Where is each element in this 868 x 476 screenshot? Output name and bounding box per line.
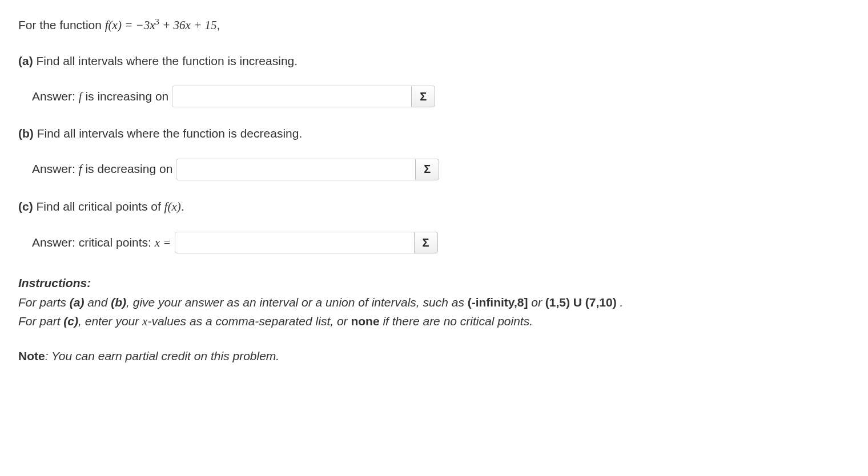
- sigma-icon: Σ: [422, 236, 429, 249]
- part-b-question: (b) Find all intervals where the functio…: [18, 124, 850, 143]
- instructions-line-1: For parts (a) and (b), give your answer …: [18, 293, 850, 312]
- note-block: Note: You can earn partial credit on thi…: [18, 347, 850, 365]
- sigma-button-b[interactable]: Σ: [415, 159, 439, 180]
- part-a-text: Find all intervals where the function is…: [37, 54, 298, 67]
- part-a-answer-prompt: Answer: f is increasing on: [32, 87, 168, 106]
- part-c-answer-prompt: Answer: critical points: x =: [32, 233, 171, 252]
- part-a-input[interactable]: [172, 86, 412, 107]
- part-b-answer-prompt: Answer: f is decreasing on: [32, 160, 172, 179]
- part-c-text: Find all critical points of: [37, 200, 164, 213]
- intro-prefix: For the function: [18, 18, 105, 31]
- problem-intro: For the function f(x) = −3x3 + 36x + 15,: [18, 16, 850, 35]
- part-b-input[interactable]: [176, 159, 416, 180]
- part-c-input[interactable]: [175, 232, 415, 253]
- sigma-button-a[interactable]: Σ: [411, 86, 435, 107]
- part-c-answer-line: Answer: critical points: x = Σ: [18, 232, 850, 253]
- part-c: (c) Find all critical points of f(x). An…: [18, 197, 850, 254]
- sigma-button-c[interactable]: Σ: [414, 232, 438, 253]
- part-b-label: (b): [18, 127, 34, 140]
- intro-function: f(x) = −3x3 + 36x + 15: [105, 18, 217, 32]
- note-text: You can earn partial credit on this prob…: [51, 349, 279, 362]
- part-c-question: (c) Find all critical points of f(x).: [18, 197, 850, 216]
- note-label: Note: [18, 349, 45, 362]
- instructions-title: Instructions:: [18, 274, 850, 292]
- part-a-question: (a) Find all intervals where the functio…: [18, 52, 850, 70]
- part-c-label: (c): [18, 200, 33, 213]
- instructions-block: Instructions: For parts (a) and (b), giv…: [18, 274, 850, 331]
- part-b-text: Find all intervals where the function is…: [37, 127, 303, 140]
- part-a: (a) Find all intervals where the functio…: [18, 52, 850, 108]
- part-b: (b) Find all intervals where the functio…: [18, 124, 850, 180]
- part-b-answer-line: Answer: f is decreasing on Σ: [18, 159, 850, 180]
- part-a-label: (a): [18, 54, 33, 67]
- sigma-icon: Σ: [424, 163, 431, 176]
- sigma-icon: Σ: [420, 90, 427, 103]
- instructions-line-2: For part (c), enter your x-values as a c…: [18, 312, 850, 331]
- part-a-answer-line: Answer: f is increasing on Σ: [18, 86, 850, 107]
